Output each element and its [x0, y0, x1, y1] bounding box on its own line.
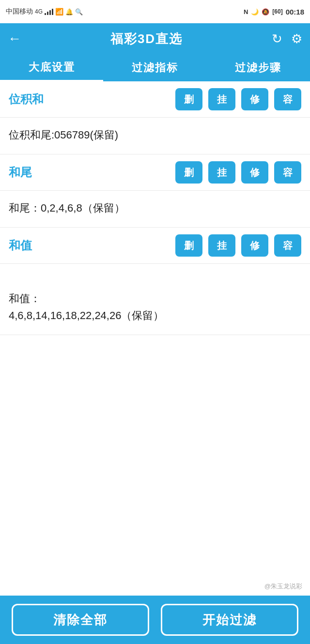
settings-button[interactable]: ⚙ [291, 31, 302, 46]
tab-bar: 大底设置 过滤指标 过滤步骤 [0, 54, 310, 81]
filter-buttons-hwei: 删 挂 修 容 [175, 161, 301, 184]
start-filter-button[interactable]: 开始过滤 [161, 604, 298, 636]
filter-buttons-hezhi: 删 挂 修 容 [175, 234, 301, 257]
mute-icon: 🔕 [262, 8, 269, 15]
filter-row-weijihewi: 位积和 删 挂 修 容 [0, 81, 310, 118]
filter-allow-hwei[interactable]: 容 [274, 161, 301, 184]
main-content: 位积和 删 挂 修 容 位积和尾:056789(保留) 和尾 删 挂 修 容 和… [0, 81, 310, 413]
filter-hang-hezhi[interactable]: 挂 [208, 234, 235, 257]
back-button[interactable]: ← [8, 31, 21, 46]
status-bar: 中国移动 4G 📶 🔔 🔍 N 🌙 🔕 [60] 00:18 [0, 0, 310, 23]
refresh-button[interactable]: ↻ [272, 31, 282, 46]
nav-bar: ← 福彩3D直选 ↻ ⚙ [0, 23, 310, 54]
value-row-hwei: 和尾：0,2,4,6,8（保留） [0, 191, 310, 228]
tab-guolvzhibiao[interactable]: 过滤指标 [103, 54, 206, 81]
battery-indicator: [60] [272, 8, 282, 15]
tab-daodi[interactable]: 大底设置 [0, 54, 103, 81]
nav-icons: ↻ ⚙ [272, 31, 302, 46]
signal-icon [45, 8, 53, 15]
filter-label-hezhi: 和值 [9, 238, 52, 253]
filter-delete-weijihewi[interactable]: 删 [175, 88, 202, 110]
filter-label-weijihewi: 位积和 [9, 92, 52, 107]
filter-edit-weijihewi[interactable]: 修 [241, 88, 268, 110]
time-display: 00:18 [286, 8, 304, 16]
status-right: N 🌙 🔕 [60] 00:18 [244, 8, 304, 16]
filter-allow-hezhi[interactable]: 容 [274, 234, 301, 257]
search-icon: 🔍 [75, 8, 83, 15]
clear-all-button[interactable]: 清除全部 [12, 604, 149, 636]
page-title: 福彩3D直选 [110, 31, 183, 47]
tab-guolvbuzhou[interactable]: 过滤步骤 [207, 54, 310, 81]
status-carrier: 中国移动 4G 📶 🔔 🔍 [6, 7, 83, 16]
notification-icon: 🔔 [65, 8, 73, 15]
filter-row-hezhi: 和值 删 挂 修 容 [0, 228, 310, 264]
filter-edit-hezhi[interactable]: 修 [241, 234, 268, 257]
value-row-hezhi: 和值： 4,6,8,14,16,18,22,24,26（保留） [0, 264, 310, 335]
filter-edit-hwei[interactable]: 修 [241, 161, 268, 184]
filter-hang-hwei[interactable]: 挂 [208, 161, 235, 184]
filter-label-hwei: 和尾 [9, 165, 52, 180]
value-row-weijihewi: 位积和尾:056789(保留) [0, 118, 310, 154]
moon-icon: 🌙 [251, 8, 259, 15]
filter-row-hwei: 和尾 删 挂 修 容 [0, 154, 310, 191]
filter-delete-hezhi[interactable]: 删 [175, 234, 202, 257]
wifi-icon: 📶 [55, 8, 63, 15]
filter-hang-weijihewi[interactable]: 挂 [208, 88, 235, 110]
filter-buttons-weijihewi: 删 挂 修 容 [175, 88, 301, 110]
nfc-icon: N [244, 8, 248, 15]
bottom-bar: 清除全部 开始过滤 [0, 596, 310, 644]
watermark: @朱玉龙说彩 [262, 581, 305, 592]
filter-allow-weijihewi[interactable]: 容 [274, 88, 301, 110]
filter-delete-hwei[interactable]: 删 [175, 161, 202, 184]
